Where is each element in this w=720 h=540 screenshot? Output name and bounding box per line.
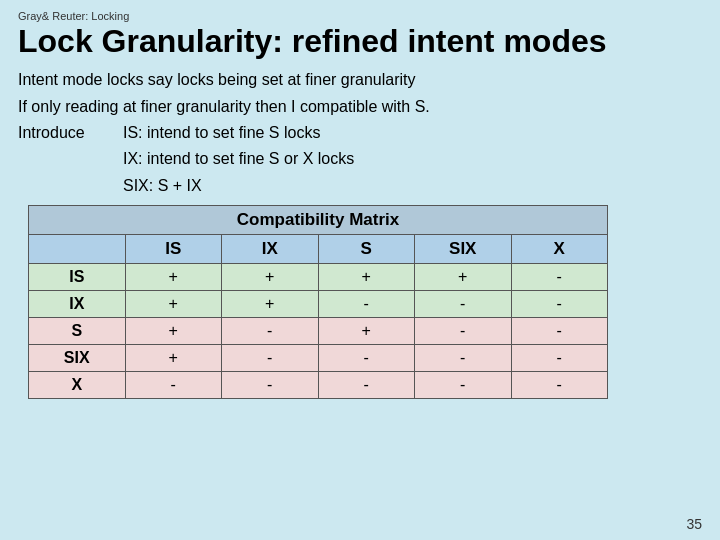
matrix-header-row: IS IX S SIX X [29,235,608,264]
table-row: S+-+-- [29,318,608,345]
header-is: IS [125,235,222,264]
cell: + [125,291,222,318]
cell: - [511,264,608,291]
row-label: X [29,372,126,399]
cell: - [415,345,512,372]
cell: + [222,264,319,291]
cell: - [318,345,415,372]
introduce-word: Introduce [18,122,123,144]
row-label: IX [29,291,126,318]
header-six: SIX [415,235,512,264]
cell: - [511,345,608,372]
table-row: IX++--- [29,291,608,318]
cell: - [222,345,319,372]
row-label: IS [29,264,126,291]
cell: + [318,264,415,291]
table-row: X----- [29,372,608,399]
cell: - [415,291,512,318]
page-number: 35 [686,516,702,532]
cell: + [125,345,222,372]
introduce-is: IS: intend to set fine S locks [123,122,320,144]
cell: - [415,318,512,345]
cell: - [511,372,608,399]
header-ix: IX [222,235,319,264]
para-1: Intent mode locks say locks being set at… [18,69,702,91]
header-x: X [511,235,608,264]
cell: + [415,264,512,291]
cell: - [511,291,608,318]
cell: - [222,318,319,345]
header-s: S [318,235,415,264]
main-title: Lock Granularity: refined intent modes [18,24,702,59]
cell: + [318,318,415,345]
cell: - [222,372,319,399]
header-empty [29,235,126,264]
introduce-six: SIX: S + IX [123,175,702,197]
cell: - [415,372,512,399]
introduce-ix: IX: intend to set fine S or X locks [123,148,702,170]
cell: + [222,291,319,318]
matrix-title: Compatibility Matrix [29,206,608,235]
cell: + [125,318,222,345]
cell: - [125,372,222,399]
para-introduce: Introduce IS: intend to set fine S locks [18,122,702,144]
row-label: S [29,318,126,345]
row-label: SIX [29,345,126,372]
cell: + [125,264,222,291]
table-row: SIX+---- [29,345,608,372]
cell: - [318,291,415,318]
compatibility-matrix: Compatibility Matrix IS IX S SIX X IS+++… [28,205,608,399]
cell: - [511,318,608,345]
cell: - [318,372,415,399]
source-label: Gray& Reuter: Locking [18,10,702,22]
para-2: If only reading at finer granularity the… [18,96,702,118]
table-row: IS++++- [29,264,608,291]
